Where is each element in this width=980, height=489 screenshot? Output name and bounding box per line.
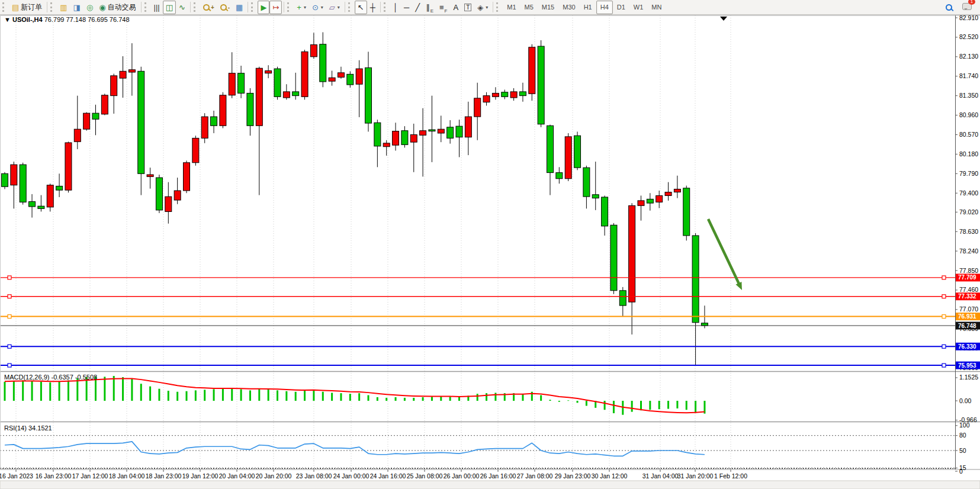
candle[interactable] [565,137,571,179]
candle[interactable] [301,52,308,96]
candle[interactable] [647,199,653,203]
tf-h1-button[interactable]: H1 [580,1,596,14]
candle[interactable] [410,134,417,142]
candle[interactable] [320,44,326,82]
candle[interactable] [329,78,335,81]
candle[interactable] [293,92,299,96]
candlestick-chart-button[interactable]: ◫ [163,1,176,14]
candle[interactable] [401,131,408,145]
arrows-button[interactable]: ◈▾ [474,1,491,14]
candle[interactable] [510,92,517,98]
candle[interactable] [574,136,581,168]
candle[interactable] [502,92,508,97]
candle[interactable] [147,175,153,176]
tf-w1-button[interactable]: W1 [629,1,648,14]
candle[interactable] [347,74,354,85]
chart-canvas[interactable]: 82.91082.52082.13081.74081.35080.96080.5… [0,15,980,489]
candle[interactable] [29,202,36,207]
candle[interactable] [474,98,481,117]
line-handle[interactable] [942,345,946,348]
candle[interactable] [383,143,390,147]
candle[interactable] [374,123,381,146]
candle[interactable] [583,168,590,197]
candle[interactable] [638,201,644,205]
search-button[interactable] [943,1,955,14]
line-handle[interactable] [8,315,11,319]
candle[interactable] [465,117,471,137]
line-handle[interactable] [942,363,946,367]
candle[interactable] [47,185,53,207]
candle[interactable] [192,138,199,162]
candle[interactable] [356,69,362,84]
candle[interactable] [447,127,454,139]
candle[interactable] [602,197,608,226]
candle[interactable] [65,143,72,190]
tf-m1-button[interactable]: M1 [503,1,520,14]
candle[interactable] [547,126,554,172]
candle[interactable] [201,117,208,138]
signals-button[interactable]: ◎ [83,1,96,14]
candle[interactable] [274,69,281,96]
candle[interactable] [74,129,81,141]
candle[interactable] [438,129,444,133]
candle[interactable] [692,236,699,323]
chart-shift-button[interactable]: ↦ [269,1,282,14]
candle[interactable] [92,113,99,119]
text-label-button[interactable]: T [461,1,474,14]
vertical-line-button[interactable]: │ [390,1,401,14]
candle[interactable] [420,131,426,136]
candle[interactable] [674,189,680,192]
line-handle[interactable] [8,295,11,298]
candle[interactable] [83,113,90,129]
indicators-button[interactable]: +▾ [294,1,309,14]
candle[interactable] [365,67,372,123]
candle[interactable] [247,93,253,126]
auto-scroll-button[interactable]: ▶ [258,1,269,14]
candle[interactable] [592,195,599,198]
candle[interactable] [220,95,226,126]
candle[interactable] [56,186,63,190]
candle[interactable] [265,70,272,73]
candle[interactable] [229,73,235,95]
templates-button[interactable]: ▱▾ [326,1,343,14]
candle[interactable] [456,126,462,137]
zoom-out-button[interactable]: - [217,1,233,14]
candle[interactable] [683,188,690,236]
tile-windows-button[interactable]: ▦ [233,1,246,14]
candle[interactable] [492,93,499,96]
candle[interactable] [338,73,344,78]
candle[interactable] [665,192,671,196]
candle[interactable] [20,165,26,202]
zoom-in-button[interactable]: + [200,1,217,14]
tf-d1-button[interactable]: D1 [613,1,629,14]
candle[interactable] [310,45,317,57]
text-button[interactable]: A [450,1,461,14]
candle[interactable] [629,205,635,302]
line-chart-button[interactable]: ∿ [176,1,188,14]
candle[interactable] [101,95,108,114]
line-handle[interactable] [8,276,11,279]
candle[interactable] [238,73,245,94]
candle[interactable] [701,323,708,326]
candle[interactable] [184,163,190,191]
notifications-button[interactable]: 1 [962,2,972,12]
auto-trading-button[interactable]: ◉自动交易 [96,1,139,14]
candle[interactable] [519,92,526,96]
candle[interactable] [483,96,490,102]
candle[interactable] [138,71,144,173]
line-handle[interactable] [8,345,11,348]
channel-button[interactable]: ∥E [423,1,436,14]
line-handle[interactable] [942,276,946,279]
tf-h4-button[interactable]: H4 [596,1,613,14]
bar-chart-button[interactable]: ||| [151,1,163,14]
market-watch-button[interactable]: ◨ [70,1,83,14]
candle[interactable] [556,173,563,179]
candle[interactable] [174,191,181,200]
candle[interactable] [156,178,162,210]
timeframes-button[interactable]: ⊙▾ [309,1,326,14]
arrow-annotation[interactable] [708,219,740,286]
candle[interactable] [165,197,172,211]
trendline-button[interactable]: ╱ [412,1,423,14]
new-order-button[interactable]: ▤新订单 [9,1,45,14]
line-handle[interactable] [942,315,946,319]
